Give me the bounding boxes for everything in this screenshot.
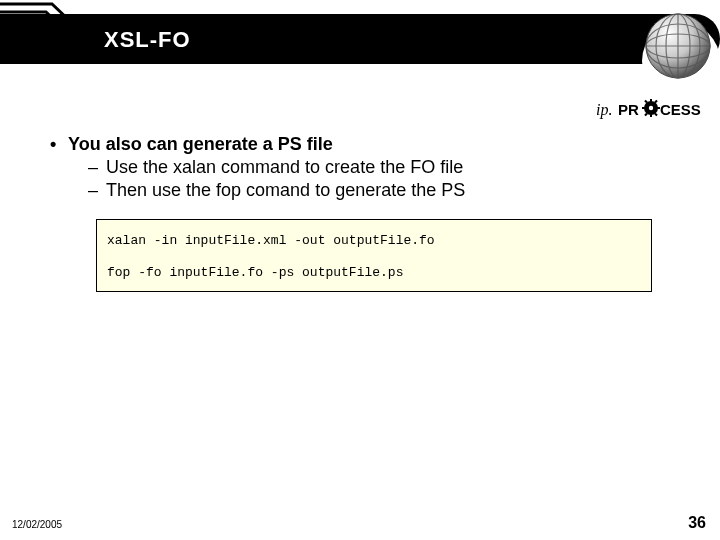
svg-rect-16: [642, 107, 645, 109]
footer-date: 12/02/2005: [12, 519, 62, 530]
ipprocess-logo: ip. PR CESS: [596, 98, 706, 122]
bullet-sub-2: Then use the fop comand to generate the …: [106, 180, 670, 201]
bullet-main: You also can generate a PS file: [68, 134, 670, 155]
slide-title: XSL-FO: [104, 27, 191, 53]
svg-point-13: [649, 106, 653, 110]
gear-icon: [642, 99, 660, 117]
svg-rect-14: [650, 99, 652, 102]
code-line-2: fop -fo inputFile.fo -ps outputFile.ps: [107, 265, 403, 280]
content-area: You also can generate a PS file Use the …: [50, 134, 670, 292]
slide: XSL-FO ip. PR: [0, 0, 720, 540]
logo-ip: ip.: [596, 101, 612, 119]
footer-page-number: 36: [688, 514, 706, 532]
code-line-1: xalan -in inputFile.xml -out outputFile.…: [107, 233, 435, 248]
logo-cess: CESS: [660, 101, 701, 118]
logo-pr: PR: [618, 101, 639, 118]
svg-rect-15: [650, 114, 652, 117]
bullet-sub-1: Use the xalan command to create the FO f…: [106, 157, 670, 178]
globe-icon: [642, 10, 714, 82]
code-box: xalan -in inputFile.xml -out outputFile.…: [96, 219, 652, 292]
